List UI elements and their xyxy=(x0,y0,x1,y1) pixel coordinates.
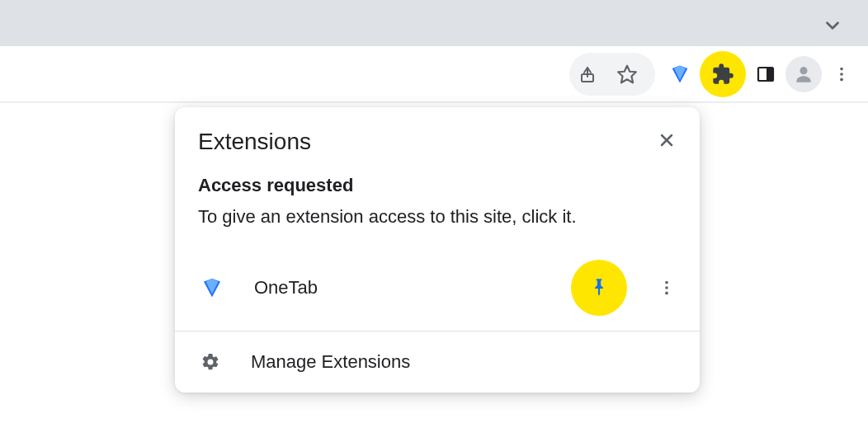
access-requested-description: To give an extension access to this site… xyxy=(198,205,677,230)
extensions-popup: Extensions Access requested To give an e… xyxy=(175,107,700,393)
svg-point-6 xyxy=(840,73,843,76)
manage-extensions-row[interactable]: Manage Extensions xyxy=(175,332,700,393)
svg-point-7 xyxy=(840,78,843,81)
popup-title: Extensions xyxy=(198,129,677,155)
extensions-puzzle-icon[interactable] xyxy=(705,56,741,92)
star-icon[interactable] xyxy=(609,56,645,92)
gear-icon xyxy=(198,350,223,374)
onetab-icon xyxy=(198,274,226,302)
svg-point-12 xyxy=(665,291,668,294)
svg-point-4 xyxy=(800,67,807,74)
kebab-menu-icon[interactable] xyxy=(823,56,860,92)
pin-highlight xyxy=(571,260,627,316)
share-icon[interactable] xyxy=(569,56,606,92)
tab-strip xyxy=(0,0,868,46)
extension-more-icon[interactable] xyxy=(650,271,683,304)
manage-extensions-label: Manage Extensions xyxy=(251,351,410,373)
extensions-button-highlight xyxy=(700,51,746,97)
extension-row[interactable]: OneTab xyxy=(175,248,700,331)
browser-toolbar xyxy=(0,46,868,102)
chevron-down-icon[interactable] xyxy=(822,15,843,36)
close-icon[interactable] xyxy=(652,125,682,155)
svg-point-11 xyxy=(665,286,668,289)
extension-name: OneTab xyxy=(254,277,563,299)
side-panel-icon[interactable] xyxy=(748,56,784,92)
omnibox-actions xyxy=(569,53,655,96)
pin-icon[interactable] xyxy=(588,277,610,299)
svg-marker-1 xyxy=(618,65,636,82)
svg-point-10 xyxy=(665,281,668,284)
onetab-extension-icon[interactable] xyxy=(662,56,698,92)
access-requested-heading: Access requested xyxy=(198,175,677,196)
svg-rect-3 xyxy=(767,68,773,81)
profile-avatar-button[interactable] xyxy=(785,56,822,92)
svg-point-5 xyxy=(840,67,843,70)
